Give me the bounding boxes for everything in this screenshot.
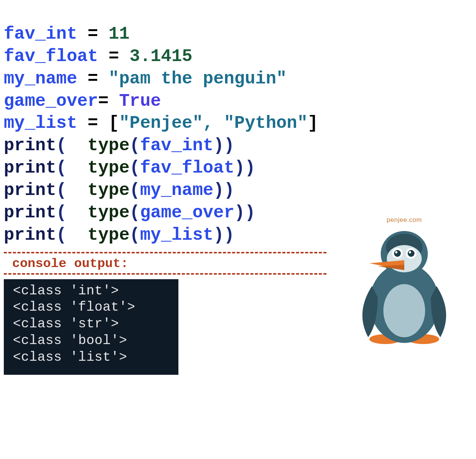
variable-name: my_list (4, 113, 77, 133)
type-call: type (88, 136, 129, 156)
paren-open: ( (129, 136, 140, 156)
console-divider: console output: (4, 252, 326, 275)
variable-ref: my_name (140, 181, 213, 200)
keyword-true: True (119, 91, 161, 111)
paren-close: ) (224, 136, 235, 156)
code-line: fav_int = 11 (4, 24, 129, 44)
code-line: print( type(fav_int)) (4, 136, 234, 156)
equals-sign: = (77, 24, 109, 44)
console-output-box: <class 'int'> <class 'float'> <class 'st… (4, 279, 178, 375)
number-literal: 3.1415 (129, 47, 192, 66)
paren-open: ( (129, 181, 140, 200)
console-output-label: console output: (4, 253, 326, 273)
print-call: print (4, 136, 56, 156)
equals-sign: = (77, 69, 109, 89)
equals-sign: = (98, 91, 119, 111)
code-block: fav_int = 11 fav_float = 3.1415 my_name … (0, 0, 476, 247)
number-literal: 11 (109, 24, 129, 44)
print-call: print (4, 181, 56, 200)
svg-point-10 (408, 250, 415, 257)
paren-close: ) (224, 181, 235, 200)
paren-close: ) (213, 136, 224, 156)
print-call: print (4, 158, 56, 178)
console-line: <class 'str'> (13, 316, 119, 332)
paren-open: ( (56, 158, 67, 178)
code-line: print( type(game_over)) (4, 203, 255, 223)
variable-name: fav_float (4, 47, 98, 66)
penguin-mascot: penjee.com (345, 216, 463, 347)
paren-open: ( (56, 181, 67, 200)
penguin-icon (351, 225, 457, 347)
type-call: type (88, 181, 129, 200)
console-line: <class 'float'> (13, 300, 136, 315)
bracket-open: [ (109, 113, 119, 133)
paren-open: ( (129, 203, 140, 223)
variable-ref: fav_int (140, 136, 213, 156)
code-line: game_over= True (4, 91, 161, 111)
bracket-close: ] (308, 113, 318, 133)
paren-close: ) (234, 203, 245, 223)
code-line: print( type(my_name)) (4, 181, 234, 200)
variable-ref: my_list (140, 225, 213, 245)
paren-close: ) (245, 203, 255, 223)
code-line: print( type(fav_float)) (4, 158, 255, 178)
print-call: print (4, 203, 56, 223)
svg-point-12 (409, 251, 411, 253)
equals-sign: = (77, 113, 109, 133)
paren-close: ) (213, 181, 224, 200)
type-call: type (88, 225, 129, 245)
penguin-caption: penjee.com (345, 216, 463, 224)
variable-ref: fav_float (140, 158, 234, 178)
svg-point-11 (395, 251, 397, 253)
paren-open: ( (56, 225, 67, 245)
code-line: print( type(my_list)) (4, 225, 234, 245)
code-line: fav_float = 3.1415 (4, 47, 192, 66)
console-line: <class 'list'> (13, 350, 127, 365)
variable-name: game_over (4, 91, 98, 111)
svg-point-9 (394, 250, 401, 257)
equals-sign: = (98, 47, 129, 66)
dashed-line-bottom (4, 273, 326, 275)
print-call: print (4, 225, 56, 245)
variable-name: fav_int (4, 24, 77, 44)
comma: , (203, 113, 224, 133)
string-literal: "Python" (224, 113, 308, 133)
code-line: my_list = ["Penjee", "Python"] (4, 113, 318, 133)
console-line: <class 'int'> (13, 283, 119, 299)
paren-open: ( (129, 225, 140, 245)
string-literal: "pam the penguin" (109, 69, 287, 89)
paren-close: ) (245, 158, 255, 178)
paren-open: ( (129, 158, 140, 178)
paren-close: ) (224, 225, 235, 245)
variable-name: my_name (4, 69, 77, 89)
variable-ref: game_over (140, 203, 234, 223)
string-literal: "Penjee" (119, 113, 203, 133)
paren-close: ) (213, 225, 224, 245)
type-call: type (88, 203, 129, 223)
console-line: <class 'bool'> (13, 333, 127, 348)
paren-open: ( (56, 203, 67, 223)
paren-open: ( (56, 136, 67, 156)
paren-close: ) (234, 158, 245, 178)
svg-point-3 (383, 284, 425, 337)
type-call: type (88, 158, 129, 178)
code-line: my_name = "pam the penguin" (4, 69, 287, 89)
